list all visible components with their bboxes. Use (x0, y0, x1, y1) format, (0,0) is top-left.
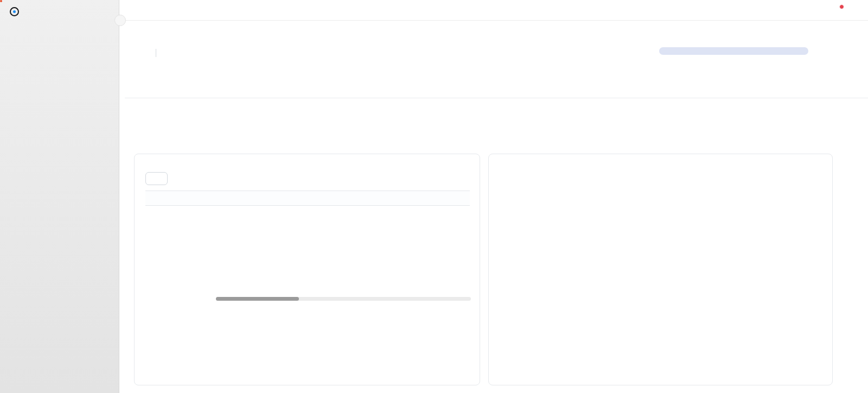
project-progress (659, 47, 844, 59)
horizontal-scrollbar (216, 297, 471, 301)
edit-pencil-icon[interactable] (807, 29, 816, 39)
arrow-left-icon (132, 6, 141, 15)
tags-icon[interactable] (132, 68, 141, 77)
project-meta (146, 49, 166, 57)
progress-bar (659, 47, 808, 55)
chevron-down-icon (155, 175, 162, 182)
more-options-icon[interactable] (825, 29, 834, 39)
meta-divider (156, 49, 156, 57)
topbar (119, 0, 868, 21)
sidebar (0, 0, 119, 393)
project-document-icon (132, 31, 141, 40)
logo-target-icon (10, 7, 19, 16)
project-title-row (132, 31, 146, 40)
notifications-button[interactable] (834, 5, 843, 15)
tabs-divider (125, 98, 868, 98)
tasks-completion-line-chart (494, 173, 828, 366)
horizontal-scrollbar-thumb[interactable] (216, 297, 299, 301)
sidebar-collapse-button[interactable] (114, 15, 126, 26)
app-root (0, 0, 868, 393)
milestones-table-header (145, 191, 470, 206)
period-selector-dropdown[interactable] (145, 172, 168, 185)
project-header (119, 21, 868, 98)
milestones-progress-panel (134, 154, 480, 385)
tags-row (132, 68, 141, 79)
present-screen-icon[interactable] (789, 29, 799, 39)
notification-dot (839, 4, 844, 9)
milestones-table (145, 191, 470, 206)
profit-co-logo[interactable] (9, 7, 20, 16)
search-icon[interactable] (816, 5, 825, 15)
chevron-left-icon (117, 17, 123, 23)
back-to-all-projects-link[interactable] (132, 6, 146, 15)
project-actions (789, 29, 834, 39)
topbar-icons (816, 5, 843, 15)
tasks-completion-panel (488, 154, 833, 385)
